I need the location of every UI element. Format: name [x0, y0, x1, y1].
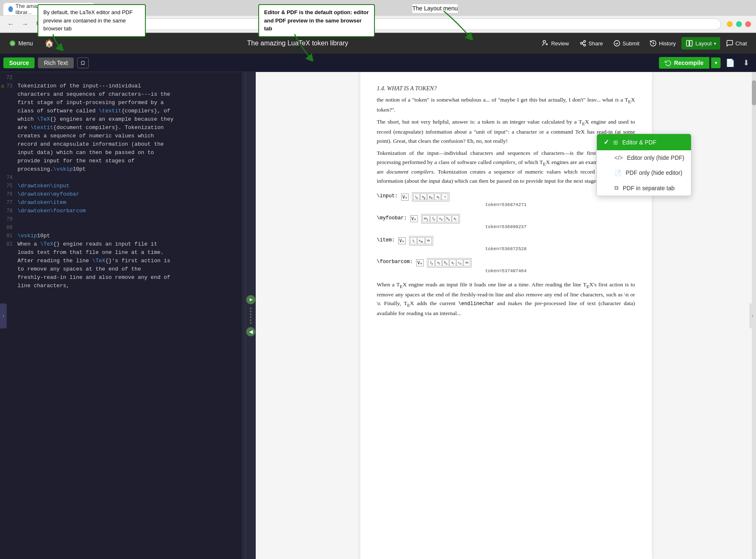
review-icon	[541, 40, 549, 47]
left-panel-toggle[interactable]: ›	[0, 303, 7, 328]
editor-toolbar: Source Rich Text Ω Recompile ▾ 📄 ⬇	[0, 54, 756, 72]
token-cell: co	[457, 259, 463, 266]
token-cell: in	[413, 194, 420, 201]
pdf-separate-icon: ⧉	[614, 184, 619, 191]
left-arrow-button[interactable]: ◀	[246, 327, 255, 336]
divider-dot	[250, 316, 252, 318]
layout-dropdown-menu: ✓ ⊞ Editor & PDF </> Editor only (hide P…	[596, 134, 691, 196]
pdf-view-button[interactable]: 📄	[722, 57, 738, 69]
submit-button[interactable]: Submit	[609, 37, 644, 50]
token-cell: np	[420, 194, 427, 201]
pdf-figure-myfoobar: \myfoobar: V₀ my fo oo ba ar token=53689…	[377, 214, 635, 229]
token-v-myfoobar: V₀	[410, 215, 418, 222]
token-cells-input: in np pu ut t	[412, 192, 450, 202]
line-content[interactable]: \vskip10pt	[17, 232, 245, 240]
line-number: 82	[0, 240, 17, 290]
reload-button[interactable]: ↻	[33, 18, 44, 30]
editor-pane: 72 73 Tokenization of the input---indivi…	[0, 72, 246, 559]
pdf-only-option[interactable]: 📄 PDF only (hide editor)	[597, 165, 691, 180]
layout-button[interactable]: Layout ▾	[681, 37, 720, 50]
line-content[interactable]: \drawtoken\input	[17, 182, 245, 190]
submit-label: Submit	[623, 40, 639, 47]
token-value-input: token=536874271	[377, 202, 635, 207]
divider-dot	[250, 319, 252, 321]
editor-scrollbar[interactable]	[242, 72, 245, 559]
chat-label: Chat	[736, 40, 747, 47]
check-icon: ✓	[604, 138, 609, 146]
code-line: 81 \vskip10pt	[0, 232, 245, 240]
pdf-paragraph-last: When a TEX engine reads an input file it…	[377, 280, 635, 318]
line-content[interactable]	[17, 215, 245, 224]
new-tab-button[interactable]: +	[97, 5, 107, 14]
chat-button[interactable]: Chat	[722, 37, 751, 50]
token-label-item: \item:	[377, 237, 395, 243]
omega-button[interactable]: Ω	[77, 57, 89, 68]
source-tab[interactable]: Source	[3, 57, 35, 68]
browser-tab-active[interactable]: The amazing LuaTeX token librar... ×	[3, 3, 95, 15]
line-content[interactable]	[17, 74, 245, 82]
pdf-separate-option[interactable]: ⧉ PDF in separate tab	[597, 180, 691, 196]
layout-arrow: ▾	[714, 41, 716, 46]
right-panel-toggle[interactable]: ‹	[749, 303, 756, 328]
history-button[interactable]: History	[645, 37, 680, 50]
pane-divider[interactable]: ➤ ◀	[246, 72, 256, 559]
token-cell: or	[435, 259, 442, 266]
close-button[interactable]	[745, 21, 751, 27]
pdf-section-header: 1.4. WHAT IS A TOKEN?	[377, 85, 635, 92]
token-cell: ar	[449, 259, 456, 266]
header-actions: Review Share Submit History Layout ▾ Cha…	[537, 37, 751, 50]
address-bar[interactable]	[58, 18, 721, 30]
recompile-button[interactable]: Recompile	[659, 57, 709, 69]
layout-icon	[686, 40, 693, 47]
code-line: 74	[0, 174, 245, 182]
token-cell: m	[464, 259, 470, 266]
line-content[interactable]: Tokenization of the input---individual c…	[17, 82, 245, 174]
line-content[interactable]	[17, 224, 245, 232]
back-button[interactable]: ←	[5, 19, 17, 30]
code-line: 77 \drawtoken\item	[0, 199, 245, 207]
code-line: 73 Tokenization of the input---individua…	[0, 82, 245, 174]
right-arrow-button[interactable]: ➤	[246, 295, 255, 304]
svg-line-8	[582, 44, 584, 45]
line-number: 77	[0, 199, 17, 207]
line-content[interactable]: When a \TeX{} engine reads an input file…	[17, 240, 245, 290]
menu-button[interactable]: O Menu	[5, 37, 37, 49]
forward-button[interactable]: →	[19, 19, 31, 30]
share-button[interactable]: Share	[575, 37, 607, 50]
token-label-myfoobar: \myfoobar:	[377, 215, 407, 221]
review-button[interactable]: Review	[537, 37, 573, 50]
share-label: Share	[589, 40, 603, 47]
maximize-button[interactable]	[736, 21, 742, 27]
line-content[interactable]	[17, 174, 245, 182]
line-number: 78	[0, 207, 17, 215]
download-button[interactable]: ⬇	[740, 57, 753, 69]
editor-scroll[interactable]: 72 73 Tokenization of the input---indivi…	[0, 72, 245, 559]
review-label: Review	[551, 40, 569, 47]
home-button[interactable]: 🏠	[40, 36, 58, 50]
token-value-myfoobar: token=536899237	[377, 224, 635, 229]
svg-point-9	[614, 40, 620, 46]
recompile-dropdown-button[interactable]: ▾	[711, 57, 721, 68]
token-value-foorbarcom: token=537407464	[377, 268, 635, 273]
richtext-tab[interactable]: Rich Text	[38, 57, 73, 68]
token-cell: ut	[434, 194, 441, 201]
pdf-scrollbar-thumb[interactable]	[752, 80, 756, 105]
line-content[interactable]: \drawtoken\item	[17, 199, 245, 207]
editor-only-option[interactable]: </> Editor only (hide PDF)	[597, 150, 691, 165]
pdf-separate-label: PDF in separate tab	[623, 185, 675, 191]
token-row-myfoobar: \myfoobar: V₀ my fo oo ba ar	[377, 214, 635, 224]
line-content[interactable]: \drawtoken\myfoobar	[17, 190, 245, 199]
overleaf-icon: O	[9, 40, 16, 47]
layout-label: Layout	[695, 40, 711, 47]
home-button[interactable]: ⌂	[46, 19, 55, 30]
line-content[interactable]: \drawtoken\foorbarcom	[17, 207, 245, 215]
minimize-button[interactable]	[727, 21, 733, 27]
tab-close-button[interactable]: ×	[87, 7, 90, 12]
token-cells-myfoobar: my fo oo ba ar	[421, 214, 460, 224]
svg-line-7	[582, 42, 584, 43]
code-line: 72	[0, 74, 245, 82]
recompile-icon	[665, 60, 671, 66]
history-label: History	[659, 40, 676, 47]
editor-pdf-option[interactable]: ✓ ⊞ Editor & PDF	[597, 134, 691, 150]
token-cell: ba	[445, 215, 452, 222]
